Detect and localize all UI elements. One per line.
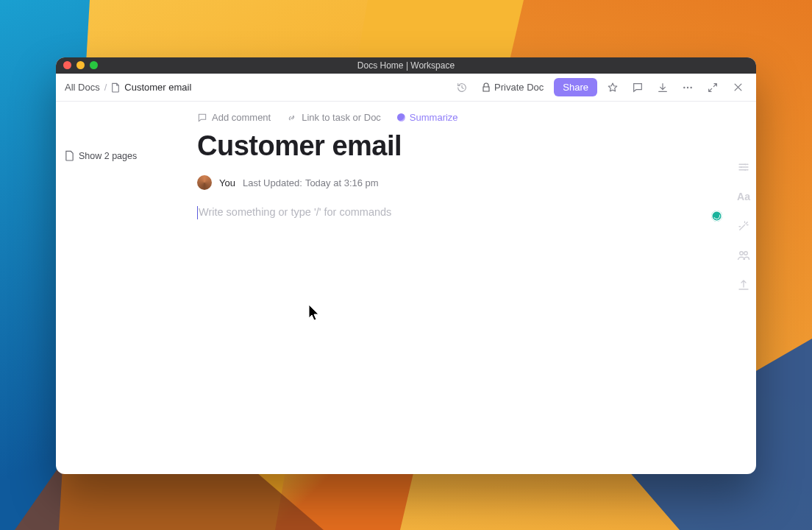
ai-summarize-icon bbox=[397, 113, 405, 121]
traffic-lights[interactable] bbox=[63, 61, 98, 69]
comment-icon[interactable] bbox=[628, 78, 647, 97]
sliders-icon[interactable] bbox=[737, 160, 750, 174]
doc-meta: You Last Updated: Today at 3:16 pm bbox=[197, 175, 734, 190]
page-outline-icon bbox=[65, 150, 74, 161]
download-arrow-icon[interactable] bbox=[653, 78, 672, 97]
window-minimize-dot[interactable] bbox=[76, 61, 85, 69]
desktop-wallpaper: Docs Home | Workspace All Docs / Custome… bbox=[0, 0, 812, 530]
window-titlebar: Docs Home | Workspace bbox=[56, 57, 756, 74]
window-zoom-dot[interactable] bbox=[90, 61, 98, 69]
comment-outline-icon bbox=[197, 113, 207, 123]
author-name[interactable]: You bbox=[219, 177, 235, 188]
text-aa-icon[interactable]: Aa bbox=[737, 190, 750, 203]
left-sidebar: Show 2 pages bbox=[56, 102, 197, 474]
summarize-label: Summarize bbox=[410, 112, 458, 123]
breadcrumb-sep: / bbox=[104, 82, 107, 93]
doc-toolbar: All Docs / Customer email Private Doc Sh… bbox=[56, 74, 756, 102]
right-rail: Aa bbox=[731, 160, 756, 292]
doc-editor[interactable]: Write something or type '/' for commands bbox=[197, 206, 734, 427]
add-comment-label: Add comment bbox=[212, 112, 271, 123]
breadcrumb-root[interactable]: All Docs bbox=[65, 82, 100, 93]
more-horizontal-icon[interactable] bbox=[678, 78, 697, 97]
editor-placeholder: Write something or type '/' for commands bbox=[199, 206, 391, 218]
history-icon[interactable] bbox=[452, 78, 471, 97]
svg-point-1 bbox=[687, 86, 688, 88]
window-title: Docs Home | Workspace bbox=[357, 60, 455, 71]
last-updated-value: Today at 3:16 pm bbox=[305, 177, 379, 188]
link-diagonal-icon bbox=[287, 113, 297, 123]
collapse-icon[interactable] bbox=[703, 78, 722, 97]
app-window: Docs Home | Workspace All Docs / Custome… bbox=[56, 57, 756, 474]
last-updated-prefix: Last Updated: bbox=[243, 177, 302, 188]
page-outline-icon bbox=[111, 82, 120, 93]
people-icon[interactable] bbox=[737, 249, 750, 262]
close-icon[interactable] bbox=[728, 78, 747, 97]
wand-icon[interactable] bbox=[737, 219, 750, 233]
author-avatar[interactable] bbox=[197, 175, 212, 190]
doc-title[interactable]: Customer email bbox=[197, 130, 734, 162]
doc-action-row: Add comment Link to task or Doc Summariz… bbox=[197, 112, 734, 123]
svg-point-5 bbox=[744, 169, 746, 171]
privacy-toggle[interactable]: Private Doc bbox=[477, 82, 548, 93]
star-outline-icon[interactable] bbox=[603, 78, 622, 97]
svg-point-3 bbox=[744, 163, 746, 165]
breadcrumb-current[interactable]: Customer email bbox=[124, 82, 191, 93]
add-comment-button[interactable]: Add comment bbox=[197, 112, 271, 123]
window-close-dot[interactable] bbox=[63, 61, 71, 69]
svg-point-0 bbox=[683, 86, 685, 88]
svg-point-4 bbox=[741, 166, 742, 168]
lock-icon bbox=[482, 82, 491, 93]
show-pages-label: Show 2 pages bbox=[79, 151, 137, 161]
svg-point-2 bbox=[690, 86, 691, 88]
breadcrumb: All Docs / Customer email bbox=[65, 82, 191, 93]
share-button[interactable]: Share bbox=[554, 78, 597, 96]
link-to-doc-label: Link to task or Doc bbox=[302, 112, 381, 123]
upload-icon[interactable] bbox=[737, 278, 750, 292]
text-caret bbox=[197, 206, 198, 219]
doc-body: Show 2 pages Add comment Li bbox=[56, 102, 756, 474]
doc-main: Add comment Link to task or Doc Summariz… bbox=[197, 102, 756, 474]
privacy-label: Private Doc bbox=[494, 82, 544, 93]
show-pages-toggle[interactable]: Show 2 pages bbox=[63, 147, 190, 164]
link-to-doc-button[interactable]: Link to task or Doc bbox=[287, 112, 381, 123]
grammarly-badge[interactable] bbox=[711, 211, 722, 222]
summarize-button[interactable]: Summarize bbox=[397, 112, 458, 123]
